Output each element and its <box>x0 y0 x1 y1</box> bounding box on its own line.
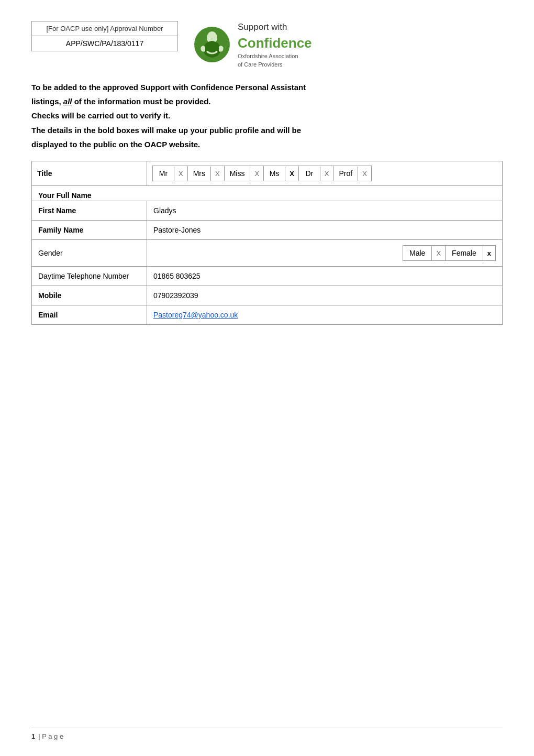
firstname-row: First Name Gladys <box>32 201 503 221</box>
title-options: Mr X Mrs X Miss X Ms X <box>152 166 497 181</box>
email-link[interactable]: Pastoreg74@yahoo.co.uk <box>153 311 238 319</box>
gender-male-check: X <box>431 246 445 260</box>
logo-text: Support with Confidence Oxfordshire Asso… <box>238 21 312 69</box>
fullname-label: Your Full Name <box>32 186 503 201</box>
gender-row: Gender Male X Female x <box>32 240 503 267</box>
email-label: Email <box>32 305 147 325</box>
intro-all: all <box>63 97 72 106</box>
daytime-row: Daytime Telephone Number 01865 803625 <box>32 267 503 286</box>
mobile-row: Mobile 07902392039 <box>32 286 503 305</box>
logo-sub1: Oxfordshire Association <box>238 52 312 60</box>
footer: 1 | P a g e <box>31 728 503 740</box>
title-ms-check: X <box>285 167 298 181</box>
gender-female[interactable]: Female x <box>445 245 496 261</box>
email-value-cell: Pastoreg74@yahoo.co.uk <box>147 305 503 325</box>
mobile-value: 07902392039 <box>147 286 503 305</box>
intro-line2: Checks will be carried out to verify it. <box>31 109 503 122</box>
title-row: Title Mr X Mrs X Miss X <box>32 161 503 186</box>
title-miss-check: X <box>250 167 263 181</box>
approval-number: APP/SWC/PA/183/0117 <box>32 36 177 51</box>
footer-content: 1 | P a g e <box>31 732 503 740</box>
title-label: Title <box>32 161 147 186</box>
logo-support: Support with <box>238 21 312 34</box>
title-mr-label: Mr <box>153 166 174 181</box>
title-mr[interactable]: Mr X <box>152 166 188 181</box>
mobile-label: Mobile <box>32 286 147 305</box>
title-dr-label: Dr <box>299 166 320 181</box>
daytime-label: Daytime Telephone Number <box>32 267 147 286</box>
page-number: 1 <box>31 732 35 740</box>
logo-area: Support with Confidence Oxfordshire Asso… <box>194 21 312 69</box>
gender-label: Gender <box>32 240 147 267</box>
firstname-label: First Name <box>32 201 147 221</box>
gender-male-label: Male <box>403 246 431 260</box>
daytime-value: 01865 803625 <box>147 267 503 286</box>
fullname-header-row: Your Full Name <box>32 186 503 201</box>
familyname-row: Family Name Pastore-Jones <box>32 221 503 240</box>
familyname-value: Pastore-Jones <box>147 221 503 240</box>
title-dr[interactable]: Dr X <box>298 166 334 181</box>
intro-line1: To be added to the approved Support with… <box>31 81 503 93</box>
page-label: | P a g e <box>38 732 63 740</box>
familyname-label: Family Name <box>32 221 147 240</box>
title-options-cell: Mr X Mrs X Miss X Ms X <box>147 161 503 186</box>
title-miss-label: Miss <box>225 166 250 181</box>
approval-label: [For OACP use only] Approval Number <box>32 21 177 36</box>
email-row: Email Pastoreg74@yahoo.co.uk <box>32 305 503 325</box>
title-ms[interactable]: Ms X <box>263 166 299 181</box>
intro-line4: displayed to the public on the OACP webs… <box>31 138 503 150</box>
title-miss[interactable]: Miss X <box>224 166 264 181</box>
title-mrs-check: X <box>210 167 224 181</box>
logo-confidence: Confidence <box>238 34 312 52</box>
title-mrs-label: Mrs <box>188 166 210 181</box>
title-prof[interactable]: Prof X <box>333 166 371 181</box>
gender-female-label: Female <box>446 246 483 260</box>
form-table: Title Mr X Mrs X Miss X <box>31 161 503 325</box>
intro-line3: The details in the bold boxes will make … <box>31 124 503 136</box>
intro-line1b: listings, all of the information must be… <box>31 95 503 107</box>
title-mr-check: X <box>174 167 187 181</box>
gender-options: Male X Female x <box>153 245 496 261</box>
title-prof-check: X <box>358 167 371 181</box>
logo-icon <box>194 26 230 63</box>
title-ms-label: Ms <box>264 166 285 181</box>
gender-female-check: x <box>483 246 495 260</box>
title-mrs[interactable]: Mrs X <box>187 166 225 181</box>
approval-box: [For OACP use only] Approval Number APP/… <box>31 21 178 51</box>
title-dr-check: X <box>320 167 333 181</box>
gender-options-cell: Male X Female x <box>147 240 503 267</box>
intro-section: To be added to the approved Support with… <box>31 81 503 150</box>
gender-male[interactable]: Male X <box>403 245 446 261</box>
logo-sub2: of Care Providers <box>238 61 312 69</box>
firstname-value: Gladys <box>147 201 503 221</box>
header: [For OACP use only] Approval Number APP/… <box>31 21 503 69</box>
title-prof-label: Prof <box>333 166 358 181</box>
